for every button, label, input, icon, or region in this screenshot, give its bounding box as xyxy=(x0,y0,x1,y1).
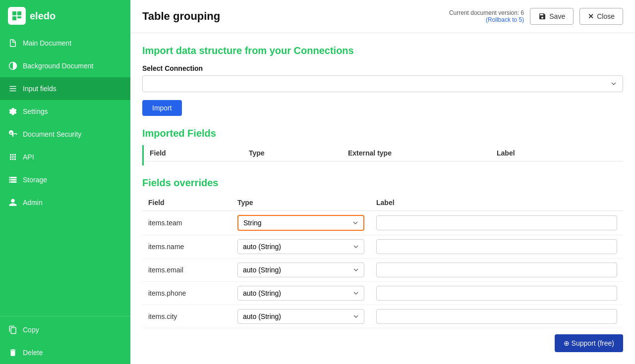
sidebar-item-api[interactable]: API xyxy=(0,146,130,168)
svg-rect-1 xyxy=(17,11,21,15)
overrides-label-input[interactable] xyxy=(376,286,617,301)
sidebar-item-label: Background Document xyxy=(23,62,93,70)
page-header: Table grouping Current document version:… xyxy=(130,0,635,33)
support-button[interactable]: ⊕ Support (free) xyxy=(555,334,623,352)
svg-rect-5 xyxy=(9,86,16,87)
close-icon: ✕ xyxy=(588,12,594,20)
sidebar-item-label: Settings xyxy=(23,107,48,115)
import-title: Import data structure from your Connecti… xyxy=(142,45,623,56)
sidebar-item-label: Copy xyxy=(23,326,39,334)
sidebar-item-copy[interactable]: Copy xyxy=(0,318,130,341)
table-row: items.phoneauto (String)StringNumberBool… xyxy=(142,282,623,305)
overrides-label-input[interactable] xyxy=(376,262,617,277)
admin-icon xyxy=(8,198,18,208)
overrides-label-cell xyxy=(370,282,623,305)
overrides-type-select[interactable]: auto (String)StringNumberBooleanDate xyxy=(237,262,364,277)
storage-icon xyxy=(8,175,18,185)
overrides-type-cell: auto (String)StringNumberBooleanDate xyxy=(231,305,370,328)
overrides-type-select[interactable]: auto (String)StringNumberBooleanDate xyxy=(237,215,364,231)
connection-select[interactable] xyxy=(142,75,623,92)
svg-rect-3 xyxy=(17,16,21,18)
overrides-type-cell: auto (String)StringNumberBooleanDate xyxy=(231,282,370,305)
overrides-type-select[interactable]: auto (String)StringNumberBooleanDate xyxy=(237,309,364,324)
svg-rect-0 xyxy=(12,11,16,15)
overrides-field-cell: items.email xyxy=(142,259,231,282)
overrides-field-cell: items.name xyxy=(142,235,231,259)
page-title: Table grouping xyxy=(142,10,220,23)
version-text: Current document version: 6 xyxy=(449,9,524,16)
trash-icon xyxy=(8,348,18,358)
fields-overrides-section: Fields overrides Field Type Label items.… xyxy=(142,177,623,328)
sidebar-item-label: Document Security xyxy=(23,130,81,138)
imported-fields-table: Field Type External type Label xyxy=(142,145,623,165)
overrides-field-cell: items.team xyxy=(142,211,231,235)
import-button[interactable]: Import xyxy=(142,100,182,116)
logo-icon xyxy=(8,7,26,25)
overrides-label-cell xyxy=(370,259,623,282)
sidebar-item-label: Admin xyxy=(23,199,43,207)
overrides-type-cell: auto (String)StringNumberBooleanDate xyxy=(231,211,370,235)
overrides-type-cell: auto (String)StringNumberBooleanDate xyxy=(231,259,370,282)
sidebar-item-label: API xyxy=(23,153,34,161)
overrides-field-cell: items.city xyxy=(142,305,231,328)
circle-half-icon xyxy=(8,61,18,71)
copy-icon xyxy=(8,325,18,335)
sidebar-item-label: Delete xyxy=(23,349,43,357)
imported-fields-title: Imported Fields xyxy=(142,128,623,139)
overrides-label-cell xyxy=(370,211,623,235)
sidebar-nav: Main Document Background Document Input … xyxy=(0,32,130,364)
close-button[interactable]: ✕ Close xyxy=(579,8,623,25)
svg-rect-2 xyxy=(12,16,16,20)
header-actions: Current document version: 6 (Rollback to… xyxy=(449,8,623,25)
imported-type-col: Type xyxy=(249,149,348,157)
overrides-table: Field Type Label items.teamauto (String)… xyxy=(142,195,623,328)
overrides-label-input[interactable] xyxy=(376,239,617,254)
table-row: items.nameauto (String)StringNumberBoole… xyxy=(142,235,623,259)
save-label: Save xyxy=(549,12,565,20)
document-icon xyxy=(8,38,18,48)
rollback-link[interactable]: (Rollback to 5) xyxy=(486,16,524,23)
sidebar-item-admin[interactable]: Admin xyxy=(0,191,130,214)
imported-external-type-col: External type xyxy=(348,149,497,157)
table-row: items.cityauto (String)StringNumberBoole… xyxy=(142,305,623,328)
connection-label: Select Connection xyxy=(142,64,623,72)
connection-form-group: Select Connection xyxy=(142,64,623,92)
overrides-type-col-header: Type xyxy=(231,195,370,211)
imported-fields-header: Field Type External type Label xyxy=(144,145,623,161)
imported-fields-section: Imported Fields Field Type External type… xyxy=(142,128,623,165)
sidebar-bottom: Copy Delete xyxy=(0,316,130,364)
overrides-field-col-header: Field xyxy=(142,195,231,211)
overrides-header-row: Field Type Label xyxy=(142,195,623,211)
sidebar-item-input-fields[interactable]: Input fields xyxy=(0,77,130,100)
overrides-type-select[interactable]: auto (String)StringNumberBooleanDate xyxy=(237,286,364,301)
save-button[interactable]: Save xyxy=(530,8,574,25)
api-icon xyxy=(8,152,18,162)
table-row: items.teamauto (String)StringNumberBoole… xyxy=(142,211,623,235)
sidebar-item-main-document[interactable]: Main Document xyxy=(0,32,130,54)
table-row: items.emailauto (String)StringNumberBool… xyxy=(142,259,623,282)
overrides-label-col-header: Label xyxy=(370,195,623,211)
sidebar-item-background-document[interactable]: Background Document xyxy=(0,54,130,77)
fields-overrides-title: Fields overrides xyxy=(142,177,623,189)
app-logo[interactable]: eledo xyxy=(0,0,130,32)
overrides-label-input[interactable] xyxy=(376,309,617,324)
overrides-field-cell: items.phone xyxy=(142,282,231,305)
sidebar-item-label: Input fields xyxy=(23,85,57,93)
version-info: Current document version: 6 (Rollback to… xyxy=(449,9,524,23)
overrides-label-cell xyxy=(370,305,623,328)
import-section: Import data structure from your Connecti… xyxy=(142,45,623,128)
content-area: Import data structure from your Connecti… xyxy=(130,33,635,364)
sidebar-item-label: Main Document xyxy=(23,39,71,47)
imported-label-col: Label xyxy=(497,149,617,157)
sidebar-item-settings[interactable]: Settings xyxy=(0,100,130,123)
sidebar-item-label: Storage xyxy=(23,176,47,184)
sidebar-item-delete[interactable]: Delete xyxy=(0,341,130,364)
sidebar-item-storage[interactable]: Storage xyxy=(0,168,130,191)
overrides-type-select[interactable]: auto (String)StringNumberBooleanDate xyxy=(237,239,364,254)
overrides-type-cell: auto (String)StringNumberBooleanDate xyxy=(231,235,370,259)
overrides-label-input[interactable] xyxy=(376,215,617,230)
sidebar-item-document-security[interactable]: Document Security xyxy=(0,123,130,146)
overrides-table-head: Field Type Label xyxy=(142,195,623,211)
app-name: eledo xyxy=(30,10,56,22)
overrides-table-body: items.teamauto (String)StringNumberBoole… xyxy=(142,211,623,328)
